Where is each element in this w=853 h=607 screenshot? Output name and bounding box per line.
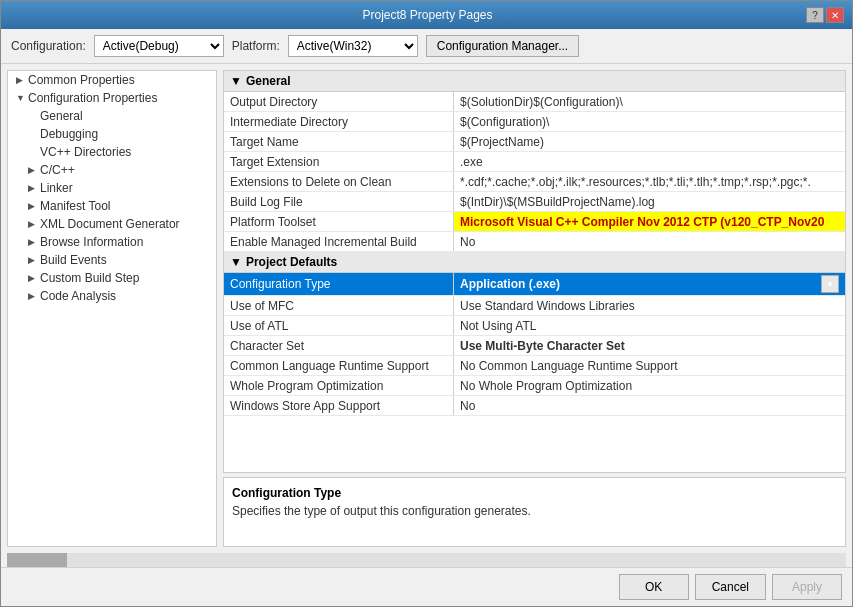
prop-val-build-log: $(IntDir)\$(MSBuildProjectName).log	[454, 192, 845, 211]
prop-name-managed-inc: Enable Managed Incremental Build	[224, 232, 454, 251]
dialog-title: Project8 Property Pages	[49, 8, 806, 22]
platform-label: Platform:	[232, 39, 280, 53]
prop-name-target-ext: Target Extension	[224, 152, 454, 171]
tree-label-config: Configuration Properties	[28, 91, 157, 105]
tree-label-linker: Linker	[40, 181, 73, 195]
tree-item-config-properties[interactable]: ▼ Configuration Properties	[8, 89, 216, 107]
config-select[interactable]: Active(Debug)	[94, 35, 224, 57]
config-manager-button[interactable]: Configuration Manager...	[426, 35, 579, 57]
desc-text: Specifies the type of output this config…	[232, 504, 837, 518]
prop-val-managed-inc: No	[454, 232, 845, 251]
prop-name-use-atl: Use of ATL	[224, 316, 454, 335]
prop-val-target-name: $(ProjectName)	[454, 132, 845, 151]
cancel-button[interactable]: Cancel	[695, 574, 766, 600]
prop-val-output-dir: $(SolutionDir)$(Configuration)\	[454, 92, 845, 111]
prop-name-output-dir: Output Directory	[224, 92, 454, 111]
prop-name-whole-program: Whole Program Optimization	[224, 376, 454, 395]
prop-name-config-type: Configuration Type	[224, 273, 454, 295]
arrow-browse: ▶	[28, 237, 40, 247]
tree-item-general[interactable]: General	[8, 107, 216, 125]
prop-val-intermediate: $(Configuration)\	[454, 112, 845, 131]
prop-char-set: Character Set Use Multi-Byte Character S…	[224, 336, 845, 356]
apply-button[interactable]: Apply	[772, 574, 842, 600]
prop-val-whole-program: No Whole Program Optimization	[454, 376, 845, 395]
desc-title: Configuration Type	[232, 486, 837, 500]
prop-name-target-name: Target Name	[224, 132, 454, 151]
tree-label-cpp: C/C++	[40, 163, 75, 177]
tree-item-debugging[interactable]: Debugging	[8, 125, 216, 143]
platform-select[interactable]: Active(Win32)	[288, 35, 418, 57]
arrow-manifest: ▶	[28, 201, 40, 211]
help-button[interactable]: ?	[806, 7, 824, 23]
tree-item-manifest-tool[interactable]: ▶ Manifest Tool	[8, 197, 216, 215]
right-panel: ▼ General Output Directory $(SolutionDir…	[223, 70, 846, 547]
description-area: Configuration Type Specifies the type of…	[223, 477, 846, 547]
close-button[interactable]: ✕	[826, 7, 844, 23]
prop-val-char-set: Use Multi-Byte Character Set	[454, 336, 845, 355]
tree-item-xml-doc[interactable]: ▶ XML Document Generator	[8, 215, 216, 233]
prop-val-config-type: Application (.exe) ▼	[454, 273, 845, 295]
tree-item-code-analysis[interactable]: ▶ Code Analysis	[8, 287, 216, 305]
dialog: Project8 Property Pages ? ✕ Configuratio…	[0, 0, 853, 607]
tree-item-custom-build[interactable]: ▶ Custom Build Step	[8, 269, 216, 287]
arrow-cpp: ▶	[28, 165, 40, 175]
general-section-header: ▼ General	[224, 71, 845, 92]
config-type-dropdown[interactable]: ▼	[821, 275, 839, 293]
tree-item-cpp[interactable]: ▶ C/C++	[8, 161, 216, 179]
project-defaults-collapse: ▼	[230, 255, 242, 269]
config-label: Configuration:	[11, 39, 86, 53]
project-defaults-header: ▼ Project Defaults	[224, 252, 845, 273]
prop-name-build-log: Build Log File	[224, 192, 454, 211]
general-section-collapse: ▼	[230, 74, 242, 88]
horizontal-scrollbar[interactable]	[1, 553, 852, 567]
prop-target-name: Target Name $(ProjectName)	[224, 132, 845, 152]
arrow-xml: ▶	[28, 219, 40, 229]
prop-val-use-mfc: Use Standard Windows Libraries	[454, 296, 845, 315]
config-type-row: Application (.exe) ▼	[460, 275, 839, 293]
tree-item-build-events[interactable]: ▶ Build Events	[8, 251, 216, 269]
arrow-code-analysis: ▶	[28, 291, 40, 301]
expand-arrow-config: ▼	[16, 93, 28, 103]
tree-item-common-properties[interactable]: ▶ Common Properties	[8, 71, 216, 89]
ok-button[interactable]: OK	[619, 574, 689, 600]
prop-output-dir: Output Directory $(SolutionDir)$(Configu…	[224, 92, 845, 112]
tree-label-general: General	[40, 109, 83, 123]
tree-label-debugging: Debugging	[40, 127, 98, 141]
prop-intermediate-dir: Intermediate Directory $(Configuration)\	[224, 112, 845, 132]
prop-val-use-atl: Not Using ATL	[454, 316, 845, 335]
tree-item-linker[interactable]: ▶ Linker	[8, 179, 216, 197]
prop-build-log: Build Log File $(IntDir)\$(MSBuildProjec…	[224, 192, 845, 212]
prop-name-intermediate: Intermediate Directory	[224, 112, 454, 131]
properties-area: ▼ General Output Directory $(SolutionDir…	[223, 70, 846, 473]
config-type-text: Application (.exe)	[460, 277, 560, 291]
button-row: OK Cancel Apply	[1, 567, 852, 606]
prop-use-atl: Use of ATL Not Using ATL	[224, 316, 845, 336]
tree-item-vc-directories[interactable]: VC++ Directories	[8, 143, 216, 161]
prop-extensions-clean: Extensions to Delete on Clean *.cdf;*.ca…	[224, 172, 845, 192]
arrow-custom-build: ▶	[28, 273, 40, 283]
prop-name-use-mfc: Use of MFC	[224, 296, 454, 315]
general-section-title: General	[246, 74, 291, 88]
prop-val-windows-store: No	[454, 396, 845, 415]
tree-label-custom-build: Custom Build Step	[40, 271, 139, 285]
prop-name-clr: Common Language Runtime Support	[224, 356, 454, 375]
left-panel: ▶ Common Properties ▼ Configuration Prop…	[7, 70, 217, 547]
prop-val-ext-clean: *.cdf;*.cache;*.obj;*.ilk;*.resources;*.…	[454, 172, 845, 191]
main-area: ▶ Common Properties ▼ Configuration Prop…	[1, 64, 852, 553]
prop-whole-program: Whole Program Optimization No Whole Prog…	[224, 376, 845, 396]
title-bar-controls: ? ✕	[806, 7, 844, 23]
expand-arrow-common: ▶	[16, 75, 28, 85]
arrow-linker: ▶	[28, 183, 40, 193]
title-bar: Project8 Property Pages ? ✕	[1, 1, 852, 29]
scrollbar-track	[7, 553, 846, 567]
prop-platform-toolset: Platform Toolset Microsoft Visual C++ Co…	[224, 212, 845, 232]
prop-config-type[interactable]: Configuration Type Application (.exe) ▼	[224, 273, 845, 296]
config-row: Configuration: Active(Debug) Platform: A…	[1, 29, 852, 64]
tree-label-common: Common Properties	[28, 73, 135, 87]
tree-item-browse-info[interactable]: ▶ Browse Information	[8, 233, 216, 251]
arrow-build-events: ▶	[28, 255, 40, 265]
prop-val-toolset: Microsoft Visual C++ Compiler Nov 2012 C…	[454, 212, 845, 231]
tree-label-build-events: Build Events	[40, 253, 107, 267]
prop-name-toolset: Platform Toolset	[224, 212, 454, 231]
prop-managed-incremental: Enable Managed Incremental Build No	[224, 232, 845, 252]
